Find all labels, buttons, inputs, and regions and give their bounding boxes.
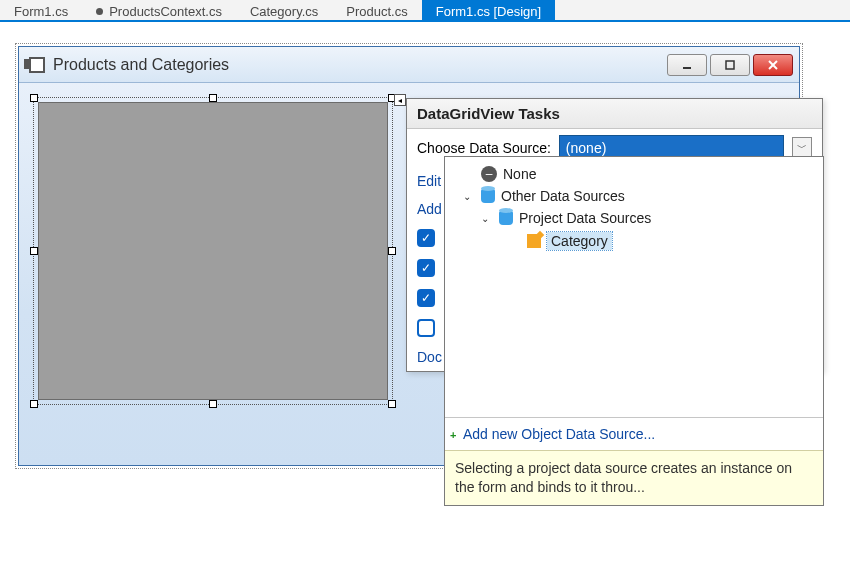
close-icon — [767, 59, 779, 71]
entity-icon — [527, 234, 541, 248]
datagridview-surface — [38, 102, 388, 400]
maximize-icon — [724, 59, 736, 71]
smart-tag-glyph[interactable]: ◂ — [394, 94, 406, 106]
resize-handle-nw[interactable] — [30, 94, 38, 102]
minimize-icon — [681, 59, 693, 71]
chevron-down-icon[interactable]: ⌄ — [463, 191, 475, 202]
maximize-button[interactable] — [710, 54, 750, 76]
resize-handle-sw[interactable] — [30, 400, 38, 408]
add-column-link[interactable]: Add — [417, 201, 442, 217]
plus-icon: + — [450, 429, 456, 441]
tree-node-label: Other Data Sources — [501, 188, 625, 204]
tasks-panel-title: DataGridView Tasks — [407, 99, 822, 129]
checkbox-enable-3[interactable]: ✓ — [417, 289, 435, 307]
resize-handle-n[interactable] — [209, 94, 217, 102]
add-source-label: Add new Object Data Source... — [463, 426, 655, 442]
dock-link[interactable]: Doc — [417, 349, 442, 365]
tree-node-label: Project Data Sources — [519, 210, 651, 226]
document-tabs: Form1.cs ProductsContext.cs Category.cs … — [0, 0, 850, 22]
resize-handle-se[interactable] — [388, 400, 396, 408]
form-icon — [29, 57, 45, 73]
add-object-datasource-link[interactable]: + Add new Object Data Source... — [445, 417, 823, 450]
tree-node-other-datasources[interactable]: ⌄ Other Data Sources — [449, 185, 819, 207]
close-button[interactable] — [753, 54, 793, 76]
tab-form1-cs[interactable]: Form1.cs — [0, 0, 82, 20]
tree-node-label: Category — [547, 232, 612, 250]
modified-dot-icon — [96, 8, 103, 15]
database-icon — [499, 211, 513, 225]
window-title: Products and Categories — [53, 56, 229, 74]
tab-category[interactable]: Category.cs — [236, 0, 332, 20]
tree-node-category[interactable]: Category — [449, 229, 819, 253]
checkbox-enable-1[interactable]: ✓ — [417, 229, 435, 247]
resize-handle-s[interactable] — [209, 400, 217, 408]
tree-node-label: None — [503, 166, 536, 182]
checkbox-enable-4[interactable] — [417, 319, 435, 337]
resize-handle-e[interactable] — [388, 247, 396, 255]
window-button-group — [667, 54, 793, 76]
database-icon — [481, 189, 495, 203]
datagridview-control[interactable]: ◂ — [33, 97, 393, 405]
datasource-tree: – None ⌄ Other Data Sources ⌄ Project Da… — [445, 157, 823, 417]
chevron-down-icon[interactable]: ⌄ — [481, 213, 493, 224]
tab-product[interactable]: Product.cs — [332, 0, 421, 20]
tab-form1-design[interactable]: Form1.cs [Design] — [422, 0, 555, 20]
tab-label: Form1.cs — [14, 4, 68, 19]
datasource-tree-popup: – None ⌄ Other Data Sources ⌄ Project Da… — [444, 156, 824, 506]
form-titlebar: Products and Categories — [19, 47, 799, 83]
tab-label: Form1.cs [Design] — [436, 4, 541, 19]
tab-label: ProductsContext.cs — [109, 4, 222, 19]
tab-label: Product.cs — [346, 4, 407, 19]
svg-rect-1 — [726, 61, 734, 69]
choose-datasource-label: Choose Data Source: — [417, 140, 551, 156]
resize-handle-w[interactable] — [30, 247, 38, 255]
checkbox-enable-2[interactable]: ✓ — [417, 259, 435, 277]
tab-productscontext[interactable]: ProductsContext.cs — [82, 0, 236, 20]
datasource-selected-value: (none) — [566, 140, 606, 156]
datasource-hint: Selecting a project data source creates … — [445, 450, 823, 505]
chevron-down-icon: ﹀ — [797, 141, 807, 155]
edit-columns-link[interactable]: Edit — [417, 173, 441, 189]
tree-node-none[interactable]: – None — [449, 163, 819, 185]
none-icon: – — [481, 166, 497, 182]
tab-label: Category.cs — [250, 4, 318, 19]
tree-node-project-datasources[interactable]: ⌄ Project Data Sources — [449, 207, 819, 229]
minimize-button[interactable] — [667, 54, 707, 76]
